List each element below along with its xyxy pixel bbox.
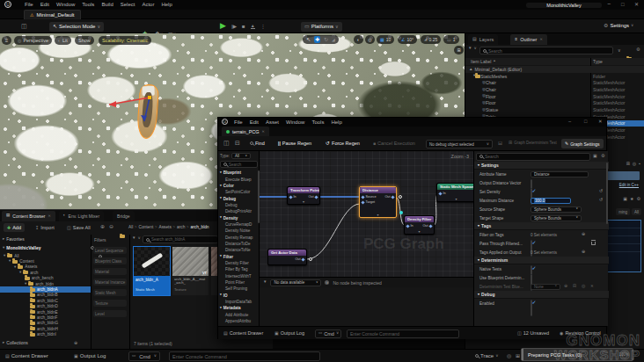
outliner-row[interactable]: Chair StaticMeshActor: [465, 86, 644, 93]
outliner-filter-button[interactable]: [468, 47, 477, 51]
clear-icon[interactable]: [590, 285, 594, 289]
transform-gizmo[interactable]: [97, 73, 167, 126]
lock-icon[interactable]: ▪: [639, 162, 640, 166]
palette-item[interactable]: Point Filter: [218, 279, 258, 286]
pause-regen-button[interactable]: Pause Regen: [278, 141, 311, 146]
section-tags[interactable]: Tags: [474, 222, 609, 230]
content-drawer-button[interactable]: Content Drawer: [223, 330, 263, 336]
outliner-row[interactable]: Floor StaticMeshActor: [465, 93, 644, 100]
tab-env-light-mixer[interactable]: Env. Light Mixer: [59, 211, 104, 221]
palette-category[interactable]: Debug: [218, 195, 258, 201]
pin-target[interactable]: Target: [362, 200, 375, 204]
details-settings-icon[interactable]: [601, 154, 604, 158]
details-scrollbar[interactable]: [606, 163, 608, 224]
pcg-console-input[interactable]: Enter Console Command: [347, 329, 459, 338]
selection-mode-button[interactable]: Selection Mode: [49, 22, 104, 32]
revision-control-button[interactable]: Revision Control: [560, 330, 601, 336]
cmd-dropdown[interactable]: Cmd: [128, 351, 160, 361]
max-distance-field[interactable]: 300.0: [531, 198, 571, 204]
add-collection-icon[interactable]: [74, 341, 77, 345]
display-options-icon[interactable]: [593, 154, 597, 158]
add-element-icon[interactable]: [582, 232, 585, 236]
pin-out[interactable]: Out: [422, 224, 432, 228]
palette-item[interactable]: DebugPrintAttr: [218, 208, 258, 214]
section-settings[interactable]: Settings: [474, 162, 609, 170]
breadcrumb-item[interactable]: arch: [177, 225, 188, 229]
menu-asset[interactable]: Asset: [266, 119, 279, 125]
type-dropdown[interactable]: All: [231, 153, 251, 159]
pin-out[interactable]: Out: [295, 257, 304, 261]
filter-pill[interactable]: Level Sequence: [93, 247, 127, 254]
menu-tools[interactable]: Tools: [82, 2, 94, 7]
rotate-tool-icon[interactable]: [324, 37, 328, 42]
menu-build[interactable]: Build: [101, 2, 113, 7]
scale-tool-icon[interactable]: [332, 38, 335, 42]
attribute-name-field[interactable]: Distance: [531, 171, 589, 177]
close-button[interactable]: [598, 119, 603, 125]
target-shape-dropdown[interactable]: Sphere Bounds: [531, 215, 582, 221]
level-tab[interactable]: Minimal_Default: [24, 10, 81, 19]
debug-object-dropdown[interactable]: No debug object selected: [426, 140, 493, 148]
node-get-actor-data[interactable]: Get Actor Data Out: [267, 249, 307, 265]
section-debug[interactable]: Debug: [474, 291, 609, 299]
palette-category[interactable]: Blueprint: [218, 170, 258, 176]
breadcrumb-item[interactable]: All: [128, 225, 136, 229]
palette-category[interactable]: Density: [218, 214, 258, 221]
grid-snap-button[interactable]: 10: [377, 35, 394, 44]
menu-window[interactable]: Window: [56, 2, 75, 7]
pick-icon[interactable]: [582, 284, 585, 288]
menu-actor[interactable]: Actor: [142, 2, 154, 7]
scale-snap-button[interactable]: 0.25: [421, 35, 441, 44]
pin-in[interactable]: In: [406, 224, 413, 228]
help-icon[interactable]: [633, 162, 636, 166]
debug-toggle-dot[interactable]: [309, 257, 312, 261]
favorites-section[interactable]: Favorites: [3, 236, 25, 242]
browse-icon[interactable]: [626, 162, 630, 166]
determinism-test-dropdown[interactable]: None: [531, 284, 560, 290]
console-input[interactable]: Enter Console Command: [169, 351, 320, 361]
palette-item[interactable]: Filter By Tag: [218, 266, 258, 272]
filter-pill[interactable]: Material: [93, 268, 127, 275]
node-density-filter[interactable]: Density Filter In Out: [404, 215, 435, 235]
outliner-row[interactable]: Statue StaticMeshActor: [465, 106, 644, 113]
outliner-row[interactable]: StaticMeshes Folder: [465, 73, 644, 80]
palette-category[interactable]: Color: [218, 183, 258, 189]
col-type-label[interactable]: Type: [593, 59, 603, 64]
node-transform-points[interactable]: Transform Points In Out: [287, 186, 320, 205]
tab-layers[interactable]: Layers: [468, 34, 498, 45]
asset-search-input[interactable]: Search arch_bldnA: [143, 235, 218, 243]
close-tab-icon[interactable]: [48, 214, 51, 218]
palette-item[interactable]: Density Remap: [218, 234, 258, 240]
camera-speed-button[interactable]: 1: [443, 35, 459, 44]
palette-item[interactable]: Add Attribute: [218, 312, 258, 318]
settings-button[interactable]: Settings: [604, 23, 633, 28]
asset-filter-button[interactable]: [132, 236, 141, 241]
output-log-button[interactable]: Output Log: [74, 353, 106, 358]
menu-file[interactable]: File: [25, 2, 33, 7]
palette-item[interactable]: ImportDataTab: [218, 299, 258, 305]
pcg-tasks-toast[interactable]: Preparing PCG Tasks (0) 100%: [521, 348, 633, 361]
palette-item[interactable]: Self Pruning: [218, 286, 258, 292]
gear-icon[interactable]: [637, 197, 640, 201]
palette-item[interactable]: Density Filter: [218, 260, 258, 266]
pcg-editor-window[interactable]: U File Edit Asset Window Tools Help terr…: [217, 117, 607, 339]
find-button[interactable]: Find: [250, 141, 265, 146]
menu-window[interactable]: Window: [286, 119, 304, 125]
section-determinism[interactable]: Determinism: [474, 257, 609, 264]
palette-category[interactable]: Metadata: [218, 305, 258, 311]
data-available-dropdown[interactable]: No data available: [270, 279, 321, 286]
maximize-button[interactable]: [584, 119, 587, 125]
trace-button[interactable]: Trace: [475, 353, 498, 358]
menu-tools[interactable]: Tools: [311, 119, 324, 125]
back-circle-icon[interactable]: [100, 224, 105, 229]
breadcrumb-item[interactable]: arch_bldn: [190, 225, 209, 229]
collapse-chevron-icon[interactable]: [455, 198, 457, 201]
palette-item[interactable]: DistanceToNe: [218, 247, 258, 253]
palette-category[interactable]: IO: [218, 293, 258, 299]
minimize-button[interactable]: [607, 1, 611, 7]
menu-help[interactable]: Help: [161, 2, 172, 7]
status-icon[interactable]: [516, 353, 520, 358]
pin-in[interactable]: In: [439, 192, 446, 195]
unsaved-button[interactable]: 12 Unsaved: [517, 330, 549, 336]
outliner-row[interactable]: Floor StaticMeshActor: [465, 99, 644, 106]
